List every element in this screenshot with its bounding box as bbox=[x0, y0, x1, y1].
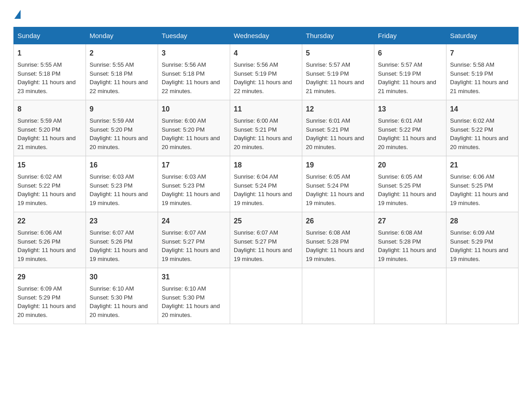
day-number: 31 bbox=[162, 272, 226, 283]
calendar-cell: 14Sunrise: 6:02 AMSunset: 5:22 PMDayligh… bbox=[446, 100, 519, 156]
day-number: 7 bbox=[450, 48, 515, 59]
calendar-cell: 7Sunrise: 5:58 AMSunset: 5:19 PMDaylight… bbox=[446, 44, 519, 100]
calendar-cell: 29Sunrise: 6:09 AMSunset: 5:29 PMDayligh… bbox=[14, 268, 86, 324]
day-number: 28 bbox=[450, 216, 515, 227]
calendar-cell: 28Sunrise: 6:09 AMSunset: 5:29 PMDayligh… bbox=[446, 212, 519, 268]
day-number: 21 bbox=[450, 160, 515, 171]
week-row-1: 1Sunrise: 5:55 AMSunset: 5:18 PMDaylight… bbox=[14, 44, 519, 100]
day-number: 8 bbox=[17, 104, 82, 115]
day-number: 24 bbox=[162, 216, 226, 227]
day-number: 30 bbox=[90, 272, 154, 283]
calendar-cell: 24Sunrise: 6:07 AMSunset: 5:27 PMDayligh… bbox=[158, 212, 230, 268]
calendar-cell: 31Sunrise: 6:10 AMSunset: 5:30 PMDayligh… bbox=[158, 268, 230, 324]
calendar-cell: 17Sunrise: 6:03 AMSunset: 5:23 PMDayligh… bbox=[158, 156, 230, 212]
day-number: 3 bbox=[162, 48, 226, 59]
calendar-cell: 27Sunrise: 6:08 AMSunset: 5:28 PMDayligh… bbox=[374, 212, 446, 268]
calendar-cell: 2Sunrise: 5:55 AMSunset: 5:18 PMDaylight… bbox=[86, 44, 158, 100]
week-row-4: 22Sunrise: 6:06 AMSunset: 5:26 PMDayligh… bbox=[14, 212, 519, 268]
day-number: 12 bbox=[306, 104, 370, 115]
logo-triangle-icon bbox=[14, 10, 21, 19]
day-number: 20 bbox=[378, 160, 442, 171]
calendar-cell: 10Sunrise: 6:00 AMSunset: 5:20 PMDayligh… bbox=[158, 100, 230, 156]
calendar-cell: 12Sunrise: 6:01 AMSunset: 5:21 PMDayligh… bbox=[302, 100, 374, 156]
calendar-cell: 3Sunrise: 5:56 AMSunset: 5:18 PMDaylight… bbox=[158, 44, 230, 100]
calendar-cell: 13Sunrise: 6:01 AMSunset: 5:22 PMDayligh… bbox=[374, 100, 446, 156]
day-number: 25 bbox=[234, 216, 298, 227]
calendar-cell: 20Sunrise: 6:05 AMSunset: 5:25 PMDayligh… bbox=[374, 156, 446, 212]
week-row-5: 29Sunrise: 6:09 AMSunset: 5:29 PMDayligh… bbox=[14, 268, 519, 324]
calendar-cell: 1Sunrise: 5:55 AMSunset: 5:18 PMDaylight… bbox=[14, 44, 86, 100]
calendar-cell: 15Sunrise: 6:02 AMSunset: 5:22 PMDayligh… bbox=[14, 156, 86, 212]
calendar-cell: 22Sunrise: 6:06 AMSunset: 5:26 PMDayligh… bbox=[14, 212, 86, 268]
header-cell-sunday: Sunday bbox=[14, 27, 86, 44]
header-row: SundayMondayTuesdayWednesdayThursdayFrid… bbox=[14, 27, 519, 44]
day-number: 19 bbox=[306, 160, 370, 171]
day-number: 22 bbox=[17, 216, 82, 227]
header-cell-monday: Monday bbox=[86, 27, 158, 44]
calendar-table: SundayMondayTuesdayWednesdayThursdayFrid… bbox=[13, 27, 519, 324]
calendar-cell: 4Sunrise: 5:56 AMSunset: 5:19 PMDaylight… bbox=[230, 44, 302, 100]
calendar-cell: 26Sunrise: 6:08 AMSunset: 5:28 PMDayligh… bbox=[302, 212, 374, 268]
day-number: 18 bbox=[234, 160, 298, 171]
calendar-cell: 25Sunrise: 6:07 AMSunset: 5:27 PMDayligh… bbox=[230, 212, 302, 268]
day-number: 26 bbox=[306, 216, 370, 227]
day-number: 6 bbox=[378, 48, 442, 59]
calendar-cell: 8Sunrise: 5:59 AMSunset: 5:20 PMDaylight… bbox=[14, 100, 86, 156]
calendar-cell: 9Sunrise: 5:59 AMSunset: 5:20 PMDaylight… bbox=[86, 100, 158, 156]
calendar-cell: 23Sunrise: 6:07 AMSunset: 5:26 PMDayligh… bbox=[86, 212, 158, 268]
header-cell-friday: Friday bbox=[374, 27, 446, 44]
calendar-cell: 30Sunrise: 6:10 AMSunset: 5:30 PMDayligh… bbox=[86, 268, 158, 324]
day-number: 23 bbox=[90, 216, 154, 227]
day-number: 9 bbox=[90, 104, 154, 115]
header-cell-thursday: Thursday bbox=[302, 27, 374, 44]
calendar-cell: 21Sunrise: 6:06 AMSunset: 5:25 PMDayligh… bbox=[446, 156, 519, 212]
header-cell-saturday: Saturday bbox=[446, 27, 519, 44]
day-number: 29 bbox=[17, 272, 82, 283]
page-header bbox=[13, 9, 519, 18]
calendar-cell: 5Sunrise: 5:57 AMSunset: 5:19 PMDaylight… bbox=[302, 44, 374, 100]
day-number: 27 bbox=[378, 216, 442, 227]
day-number: 16 bbox=[90, 160, 154, 171]
day-number: 4 bbox=[234, 48, 298, 59]
week-row-3: 15Sunrise: 6:02 AMSunset: 5:22 PMDayligh… bbox=[14, 156, 519, 212]
day-number: 5 bbox=[306, 48, 370, 59]
header-cell-wednesday: Wednesday bbox=[230, 27, 302, 44]
calendar-cell: 6Sunrise: 5:57 AMSunset: 5:19 PMDaylight… bbox=[374, 44, 446, 100]
day-number: 13 bbox=[378, 104, 442, 115]
day-number: 10 bbox=[162, 104, 226, 115]
day-number: 17 bbox=[162, 160, 226, 171]
day-number: 1 bbox=[17, 48, 82, 59]
day-number: 2 bbox=[90, 48, 154, 59]
calendar-cell bbox=[230, 268, 302, 324]
day-number: 14 bbox=[450, 104, 515, 115]
calendar-cell: 11Sunrise: 6:00 AMSunset: 5:21 PMDayligh… bbox=[230, 100, 302, 156]
calendar-cell bbox=[446, 268, 519, 324]
logo bbox=[13, 9, 21, 18]
day-number: 11 bbox=[234, 104, 298, 115]
calendar-cell: 18Sunrise: 6:04 AMSunset: 5:24 PMDayligh… bbox=[230, 156, 302, 212]
day-number: 15 bbox=[17, 160, 82, 171]
calendar-cell bbox=[302, 268, 374, 324]
calendar-cell bbox=[374, 268, 446, 324]
calendar-cell: 16Sunrise: 6:03 AMSunset: 5:23 PMDayligh… bbox=[86, 156, 158, 212]
calendar-cell: 19Sunrise: 6:05 AMSunset: 5:24 PMDayligh… bbox=[302, 156, 374, 212]
week-row-2: 8Sunrise: 5:59 AMSunset: 5:20 PMDaylight… bbox=[14, 100, 519, 156]
header-cell-tuesday: Tuesday bbox=[158, 27, 230, 44]
